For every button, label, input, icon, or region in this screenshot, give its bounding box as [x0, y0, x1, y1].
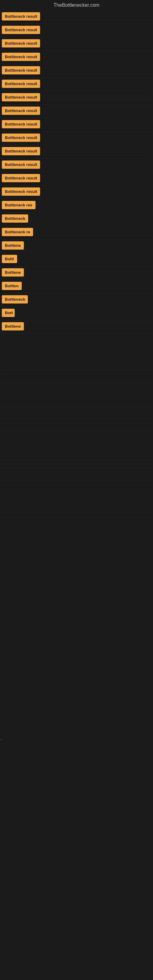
spacer-row	[1, 377, 152, 383]
page-wrapper: TheBottlenecker.com Bottleneck resultBot…	[0, 0, 153, 980]
list-item: Bottlene	[1, 266, 152, 280]
spacer-row	[1, 481, 152, 487]
list-item: Bott	[1, 307, 152, 320]
bottleneck-badge: Bottlene	[2, 241, 24, 250]
bottleneck-badge: Bottlen	[2, 282, 22, 290]
spacer-row	[1, 499, 152, 505]
list-item: Bottleneck res	[1, 199, 152, 213]
list-item: Bottleneck result	[1, 24, 152, 37]
list-item: Bottl	[1, 253, 152, 266]
spacer-row	[1, 389, 152, 395]
spacer-row	[1, 371, 152, 377]
spacer-row	[1, 469, 152, 475]
bottleneck-badge: Bott	[2, 309, 15, 317]
bottleneck-badge: Bottleneck result	[2, 52, 40, 61]
bottleneck-badge: Bottleneck result	[2, 120, 40, 128]
spacer-row	[1, 432, 152, 438]
spacer-row	[1, 407, 152, 414]
spacer-row	[1, 364, 152, 371]
bottleneck-badge: Bottleneck	[2, 215, 28, 223]
list-item: Bottleneck result	[1, 172, 152, 186]
spacer-row	[1, 340, 152, 346]
spacer-row	[1, 352, 152, 358]
spacer-row	[1, 383, 152, 389]
spacer-row	[1, 426, 152, 432]
spacer-row	[1, 450, 152, 456]
spacer-row	[1, 414, 152, 420]
bottleneck-badge: Bottleneck res	[2, 201, 35, 209]
spacer-row	[1, 395, 152, 401]
spacer-row	[1, 358, 152, 364]
spacer-row	[1, 456, 152, 463]
bottleneck-badge: Bottleneck result	[2, 174, 40, 182]
list-item: Bottleneck result	[1, 64, 152, 78]
bottleneck-badge: Bottl	[2, 255, 17, 263]
bottleneck-list: Bottleneck resultBottleneck resultBottle…	[0, 9, 153, 519]
list-item: Bottleneck result	[1, 37, 152, 51]
list-item: Bottleneck result	[1, 51, 152, 64]
bottleneck-badge: Bottleneck result	[2, 188, 40, 196]
site-title: TheBottlenecker.com	[0, 0, 153, 9]
bottleneck-badge: Bottleneck result	[2, 12, 40, 21]
spacer-row	[1, 463, 152, 469]
list-item: Bottleneck re	[1, 226, 152, 240]
spacer-row	[1, 444, 152, 450]
list-item: Bottlen	[1, 280, 152, 293]
list-item: Bottleneck result	[1, 145, 152, 159]
list-item: Bottleneck result	[1, 91, 152, 105]
bottleneck-badge: Bottleneck result	[2, 66, 40, 75]
spacer-row	[1, 334, 152, 340]
list-item: Bottleneck result	[1, 132, 152, 145]
bottleneck-badge: Bottleneck result	[2, 39, 40, 48]
list-item: Bottleneck result	[1, 118, 152, 132]
spacer-row	[1, 511, 152, 517]
bottleneck-badge: Bottleneck result	[2, 80, 40, 88]
spacer-row	[1, 420, 152, 426]
bottleneck-badge: Bottleneck	[2, 295, 28, 304]
bottleneck-badge: Bottlene	[2, 322, 24, 331]
spacer-row	[1, 475, 152, 481]
bottleneck-badge: Bottleneck re	[2, 228, 33, 236]
list-item: Bottleneck	[1, 293, 152, 307]
list-item: Bottleneck result	[1, 186, 152, 199]
spacer-row	[1, 346, 152, 352]
bottleneck-badge: Bottleneck result	[2, 26, 40, 34]
bottleneck-badge: Bottleneck result	[2, 161, 40, 169]
bottleneck-badge: Bottleneck result	[2, 134, 40, 142]
list-item: Bottlene	[1, 320, 152, 334]
list-item: Bottleneck result	[1, 78, 152, 91]
small-label: 0	[1, 738, 2, 741]
spacer-row	[1, 401, 152, 407]
list-item: Bottlene	[1, 240, 152, 253]
spacer-row	[1, 487, 152, 493]
bottleneck-badge: Bottleneck result	[2, 93, 40, 101]
bottleneck-badge: Bottleneck result	[2, 147, 40, 155]
spacer-row	[1, 438, 152, 444]
spacer-row	[1, 505, 152, 511]
list-item: Bottleneck result	[1, 105, 152, 118]
list-item: Bottleneck result	[1, 159, 152, 172]
bottleneck-badge: Bottlene	[2, 268, 24, 277]
list-item: Bottleneck result	[1, 10, 152, 24]
bottleneck-badge: Bottleneck result	[2, 107, 40, 115]
list-item: Bottleneck	[1, 213, 152, 226]
spacer-row	[1, 493, 152, 499]
